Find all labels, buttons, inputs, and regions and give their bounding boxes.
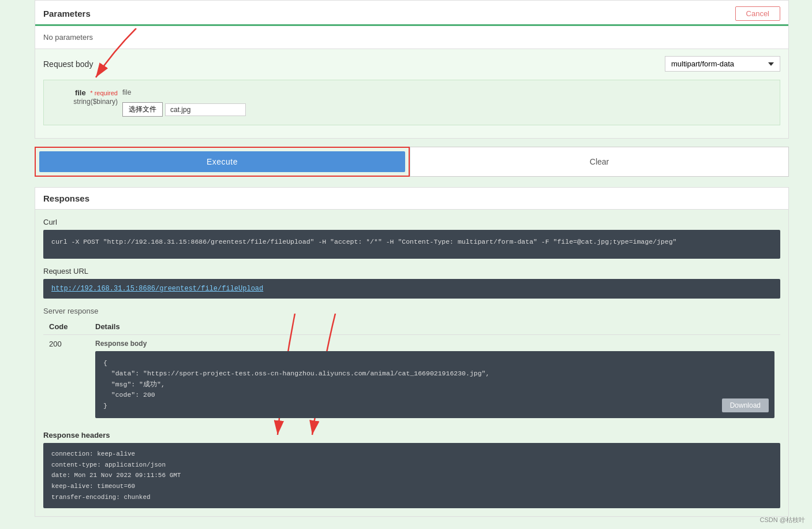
response-headers-pre: connection: keep-alive content-type: app… [51, 449, 772, 502]
response-table: Code Details 200 Response body { "data":… [43, 319, 780, 423]
parameters-header: Parameters Cancel [35, 1, 788, 26]
response-body-label: Response body [95, 340, 774, 348]
request-url-section: Request URL http://192.168.31.15:8686/gr… [43, 267, 780, 299]
file-name-display: cat.jpg [165, 103, 246, 116]
file-input-row: 选择文件 cat.jpg [122, 102, 769, 117]
curl-label: Curl [43, 218, 780, 226]
file-label-container: file * required string($binary) [54, 88, 118, 106]
file-field-name: file [75, 88, 86, 97]
response-body-pre: { "data": "https://sport-project-test.os… [103, 358, 766, 411]
watermark: CSDN @枯枝叶 [760, 516, 805, 524]
curl-section: Curl curl -X POST "http://192.168.31.15:… [43, 218, 780, 259]
details-column-header: Details [89, 319, 780, 335]
content-type-select[interactable]: multipart/form-data application/json app… [665, 56, 780, 72]
execute-wrapper: Execute [35, 147, 410, 177]
download-button[interactable]: Download [722, 398, 769, 412]
file-type: string($binary) [73, 98, 118, 106]
responses-section: Responses Curl curl -X POST "http://192.… [35, 187, 789, 517]
request-body-header: Request body multipart/form-data applica… [43, 56, 780, 72]
clear-button[interactable]: Clear [410, 147, 789, 177]
table-row: 200 Response body { "data": "https://spo… [43, 335, 780, 423]
response-headers-block: connection: keep-alive content-type: app… [43, 443, 780, 508]
response-body-block: { "data": "https://sport-project-test.os… [95, 351, 774, 418]
request-body-label: Request body [43, 59, 93, 69]
response-code: 200 [43, 335, 89, 423]
request-body-section: Request body multipart/form-data applica… [35, 49, 788, 138]
responses-header: Responses [35, 188, 788, 210]
response-details: Response body { "data": "https://sport-p… [89, 335, 780, 423]
request-url-block: http://192.168.31.15:8686/greentest/file… [43, 279, 780, 299]
action-buttons-area: Execute Clear [35, 147, 789, 177]
file-field: file * required string($binary) file 选择文… [43, 80, 780, 125]
file-required-label: * required [90, 90, 118, 96]
response-headers-container: Response headers connection: keep-alive … [43, 431, 780, 508]
cancel-button[interactable]: Cancel [735, 6, 780, 21]
parameters-title: Parameters [43, 9, 91, 18]
server-response-label: Server response [43, 307, 780, 315]
no-params-text: No parameters [35, 26, 788, 49]
response-headers-label: Response headers [43, 431, 780, 439]
choose-file-button[interactable]: 选择文件 [122, 102, 163, 117]
file-input-container: file 选择文件 cat.jpg [122, 88, 769, 117]
file-label-text: file [122, 88, 769, 96]
responses-body: Curl curl -X POST "http://192.168.31.15:… [35, 210, 788, 516]
execute-button[interactable]: Execute [39, 151, 405, 172]
request-url-label: Request URL [43, 267, 780, 275]
file-field-row: file * required string($binary) file 选择文… [54, 88, 769, 117]
code-column-header: Code [43, 319, 89, 335]
curl-code-block: curl -X POST "http://192.168.31.15:8686/… [43, 230, 780, 259]
